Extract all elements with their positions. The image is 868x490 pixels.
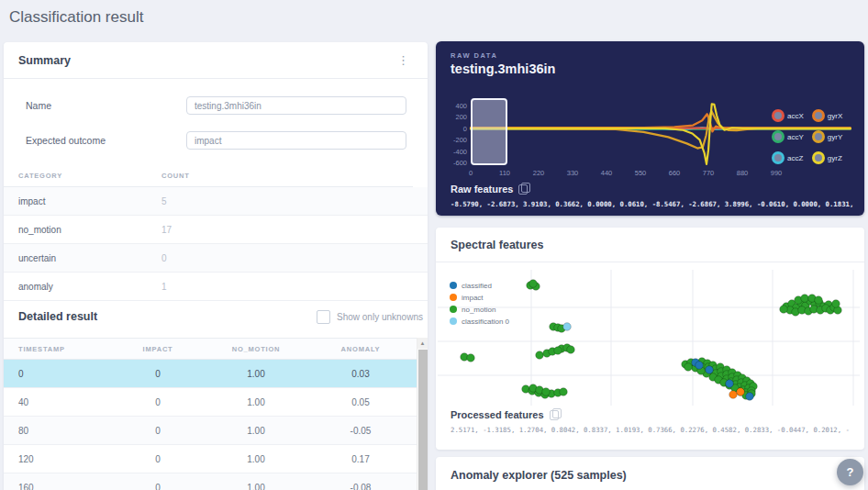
column-header: IMPACT	[112, 345, 204, 353]
column-header: TIMESTAMP	[4, 345, 112, 353]
scrollbar-up-icon[interactable]: ▲	[417, 338, 428, 349]
column-header: CATEGORY	[18, 172, 161, 180]
detailed-table-header: TIMESTAMPIMPACTNO_MOTIONANOMALY	[4, 338, 417, 360]
anomaly-explorer-title: Anomaly explorer (525 samples)	[451, 469, 627, 482]
legend-dot	[812, 130, 825, 143]
scatter-group-no_motion	[461, 280, 842, 400]
svg-text:-400: -400	[453, 148, 467, 156]
selection-window	[472, 99, 506, 164]
legend-item-accX[interactable]: accX	[772, 109, 804, 122]
raw-data-card: RAW DATA testing.3mhi36in 4002000-200-40…	[436, 41, 864, 216]
svg-text:330: 330	[567, 169, 579, 177]
processed-features-label: Processed features	[451, 409, 559, 420]
category-row: anomaly1	[4, 273, 428, 301]
processed-features-values: 2.5171, -1.3185, 1.2704, 0.8042, 0.8337,…	[451, 426, 850, 434]
question-mark-icon: ?	[847, 465, 854, 479]
summary-title: Summary	[18, 54, 71, 67]
spectral-features-title: Spectral features	[451, 239, 543, 251]
table-row[interactable]: 16001.00-0.08	[4, 473, 417, 490]
svg-text:-600: -600	[453, 159, 467, 167]
legend-dot	[772, 151, 785, 164]
detailed-table-scrollbar[interactable]: ▲	[417, 338, 428, 490]
table-row[interactable]: 8001.00-0.05	[4, 417, 417, 445]
svg-text:200: 200	[455, 113, 467, 121]
legend-dot	[812, 109, 825, 122]
svg-text:220: 220	[533, 169, 545, 177]
column-header: COUNT	[161, 172, 413, 180]
raw-chart-legend: accXaccYaccZ gyrXgyrYgyrZ	[772, 109, 842, 164]
scatter-group-classification 0	[563, 323, 572, 331]
table-row[interactable]: 001.000.03	[4, 360, 417, 388]
detailed-table: 001.000.034001.000.058001.00-0.0512001.0…	[4, 360, 417, 490]
svg-text:impact: impact	[462, 294, 484, 302]
raw-data-eyebrow: RAW DATA	[451, 51, 497, 60]
legend-item-accY[interactable]: accY	[772, 130, 804, 143]
category-row: uncertain0	[4, 244, 428, 273]
scrollbar-thumb[interactable]	[418, 350, 428, 490]
summary-card-header: Summary ⋮	[4, 42, 428, 79]
svg-text:440: 440	[601, 169, 613, 177]
checkbox-label: Show only unknowns	[337, 312, 423, 322]
legend-item-no_motion[interactable]: no_motion	[450, 306, 495, 314]
svg-text:550: 550	[635, 169, 647, 177]
checkbox[interactable]	[317, 310, 330, 324]
svg-text:770: 770	[703, 169, 715, 177]
expected-outcome-label: Expected outcome	[26, 135, 106, 146]
legend-dot	[772, 109, 785, 122]
svg-text:classified: classified	[462, 282, 492, 290]
spectral-features-card: Spectral features classifiedimpactno_mot…	[436, 228, 864, 450]
legend-item-accZ[interactable]: accZ	[772, 151, 804, 164]
svg-text:110: 110	[499, 169, 510, 177]
raw-data-sample-title: testing.3mhi36in	[451, 61, 555, 76]
anomaly-explorer-card: Anomaly explorer (525 samples)	[436, 457, 864, 490]
column-header: NO_MOTION	[204, 345, 308, 353]
legend-dot	[772, 130, 785, 143]
column-header: ANOMALY	[308, 345, 413, 353]
category-table: impact5no_motion17uncertain0anomaly1	[4, 187, 428, 301]
svg-text:classification 0: classification 0	[462, 317, 510, 326]
legend-item-gyrX[interactable]: gyrX	[812, 109, 842, 122]
raw-features-label: Raw features	[451, 184, 528, 195]
legend-item-gyrZ[interactable]: gyrZ	[812, 151, 842, 164]
legend-item-impact[interactable]: impact	[450, 294, 484, 302]
category-row: impact5	[4, 187, 428, 216]
svg-text:660: 660	[669, 169, 681, 177]
spectral-scatter-chart[interactable]: classifiedimpactno_motionclassification …	[438, 270, 860, 406]
svg-text:880: 880	[737, 169, 749, 177]
svg-text:0: 0	[469, 169, 473, 177]
table-row[interactable]: 12001.000.17	[4, 445, 417, 473]
svg-text:990: 990	[771, 169, 783, 177]
copy-icon[interactable]	[550, 410, 559, 420]
category-row: no_motion17	[4, 216, 428, 244]
table-row[interactable]: 4001.000.05	[4, 388, 417, 417]
legend-dot	[812, 151, 825, 164]
detailed-result-title: Detailed result	[18, 310, 97, 323]
divider	[436, 262, 864, 262]
summary-card: Summary ⋮ Name Expected outcome CATEGORY…	[4, 42, 428, 490]
expected-outcome-input[interactable]	[186, 131, 406, 150]
raw-features-values: -8.5790, -2.6873, 3.9103, 0.3662, 0.0000…	[451, 200, 854, 208]
name-label: Name	[26, 100, 51, 111]
svg-text:0: 0	[463, 125, 467, 133]
svg-text:400: 400	[455, 102, 467, 110]
kebab-menu-icon[interactable]: ⋮	[394, 52, 413, 68]
svg-text:-200: -200	[453, 136, 467, 144]
page-title: Classification result	[9, 8, 143, 27]
help-button[interactable]: ?	[837, 459, 863, 485]
legend-item-classified[interactable]: classified	[450, 282, 492, 290]
show-only-unknowns-toggle[interactable]: Show only unknowns	[317, 310, 423, 324]
svg-text:no_motion: no_motion	[462, 306, 495, 314]
legend-item-classification 0[interactable]: classification 0	[450, 317, 510, 326]
legend-item-gyrY[interactable]: gyrY	[812, 130, 842, 143]
category-table-header: CATEGORYCOUNT	[4, 165, 413, 187]
copy-icon[interactable]	[518, 184, 528, 195]
name-input[interactable]	[186, 96, 406, 115]
